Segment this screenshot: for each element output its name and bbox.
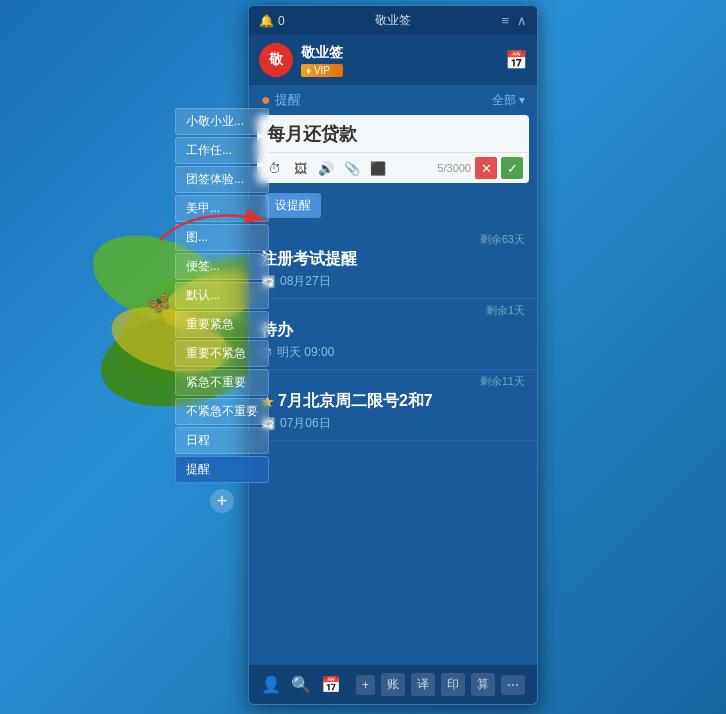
sidebar-item-0[interactable]: 小敬小业... xyxy=(175,108,269,135)
section-title-text: 提醒 xyxy=(275,91,301,109)
reminder-title-2: ★ 7月北京周二限号2和7 xyxy=(261,391,525,412)
app-title: 敬业签 xyxy=(375,12,411,29)
vip-badge: ♦ VIP xyxy=(301,64,343,77)
reminder-date-1: ⏱ 明天 09:00 xyxy=(261,344,525,361)
section-dot: ● xyxy=(261,91,271,109)
sidebar-item-5[interactable]: 便签... xyxy=(175,253,269,280)
sidebar-item-4[interactable]: 图... xyxy=(175,224,269,251)
user-icon[interactable]: 👤 xyxy=(261,675,281,694)
title-bar-controls: ≡ ∧ xyxy=(501,13,527,28)
reminder-item-0: 剩余63天 注册考试提醒 🔄 08月27日 xyxy=(249,228,537,299)
user-header: 敬 敬业签 ♦ VIP 📅 xyxy=(249,35,537,85)
reminder-date-2: 🔄 07月06日 xyxy=(261,415,525,432)
add-button[interactable]: + xyxy=(356,675,375,695)
reminder-date-text-2: 07月06日 xyxy=(280,415,331,432)
sidebar-menu: 小敬小业... 工作任... 团签体验... 美甲... 图... 便签... … xyxy=(175,108,269,513)
set-reminder-row: 设提醒 xyxy=(249,189,537,228)
reminder-item-2: 剩余11天 ★ 7月北京周二限号2和7 🔄 07月06日 xyxy=(249,370,537,441)
reminder-title-text-0[interactable]: 注册考试提醒 xyxy=(261,249,357,270)
app-window: 🔔 0 敬业签 ≡ ∧ 敬 敬业签 ♦ VIP 📅 ● 提醒 全部 ▾ xyxy=(248,5,538,705)
toolbar-color-icon[interactable]: ⬛ xyxy=(367,157,389,179)
reminder-title-text-2[interactable]: 7月北京周二限号2和7 xyxy=(278,391,433,412)
toolbar-audio-icon[interactable]: 🔊 xyxy=(315,157,337,179)
search-icon[interactable]: 🔍 xyxy=(291,675,311,694)
toolbar-image-icon[interactable]: 🖼 xyxy=(289,157,311,179)
user-name: 敬业签 xyxy=(301,44,343,62)
avatar: 敬 xyxy=(259,43,293,77)
calendar-icon[interactable]: 📅 xyxy=(505,49,527,71)
bell-area: 🔔 0 xyxy=(259,14,285,28)
reminder-title-1: 待办 xyxy=(261,320,525,341)
note-edit-area: ⏱ 🖼 🔊 📎 ⬛ 5/3000 ✕ ✓ xyxy=(257,115,529,183)
section-header: ● 提醒 全部 ▾ xyxy=(249,85,537,115)
sidebar-item-3[interactable]: 美甲... xyxy=(175,195,269,222)
reminder-item-1: 剩余1天 待办 ⏱ 明天 09:00 xyxy=(249,299,537,370)
app-title-text: 敬业签 xyxy=(375,12,411,29)
bottom-toolbar: 👤 🔍 📅 + 账 译 印 算 ⋯ xyxy=(249,664,537,704)
reminder-remaining-2: 剩余11天 xyxy=(261,374,525,389)
account-button[interactable]: 账 xyxy=(381,673,405,696)
sidebar-item-8[interactable]: 重要不紧急 xyxy=(175,340,269,367)
user-name-area: 敬业签 ♦ VIP xyxy=(301,44,343,77)
sidebar-item-10[interactable]: 不紧急不重要 xyxy=(175,398,269,425)
empty-space xyxy=(249,441,537,521)
content-area: ⏱ 🖼 🔊 📎 ⬛ 5/3000 ✕ ✓ 设提醒 剩余63天 注册考试提醒 🔄 … xyxy=(249,115,537,664)
sidebar-item-11[interactable]: 日程 xyxy=(175,427,269,454)
note-text-input[interactable] xyxy=(257,115,529,152)
section-all-button[interactable]: 全部 ▾ xyxy=(492,92,525,109)
reminder-remaining-0: 剩余63天 xyxy=(261,232,525,247)
sidebar-item-9[interactable]: 紧急不重要 xyxy=(175,369,269,396)
sidebar-item-7[interactable]: 重要紧急 xyxy=(175,311,269,338)
calc-button[interactable]: 算 xyxy=(471,673,495,696)
calendar-bottom-icon[interactable]: 📅 xyxy=(321,675,341,694)
sidebar-item-12[interactable]: 提醒 xyxy=(175,456,269,483)
sidebar-add-button[interactable]: + xyxy=(210,489,234,513)
close-note-button[interactable]: ✕ xyxy=(475,157,497,179)
bell-icon: 🔔 xyxy=(259,14,274,28)
reminder-remaining-1: 剩余1天 xyxy=(261,303,525,318)
user-info: 敬 敬业签 ♦ VIP xyxy=(259,43,343,77)
reminder-date-text-0: 08月27日 xyxy=(280,273,331,290)
translate-button[interactable]: 译 xyxy=(411,673,435,696)
reminder-title-0: 注册考试提醒 xyxy=(261,249,525,270)
reminder-date-0: 🔄 08月27日 xyxy=(261,273,525,290)
sidebar-item-6[interactable]: 默认... xyxy=(175,282,269,309)
title-bar: 🔔 0 敬业签 ≡ ∧ xyxy=(249,6,537,35)
bottom-right-icons: + 账 译 印 算 ⋯ xyxy=(356,673,525,696)
confirm-note-button[interactable]: ✓ xyxy=(501,157,523,179)
minimize-icon[interactable]: ∧ xyxy=(517,13,527,28)
more-button[interactable]: ⋯ xyxy=(501,675,525,695)
note-toolbar: ⏱ 🖼 🔊 📎 ⬛ 5/3000 ✕ ✓ xyxy=(257,152,529,183)
set-reminder-button[interactable]: 设提醒 xyxy=(265,193,321,218)
print-button[interactable]: 印 xyxy=(441,673,465,696)
reminder-date-text-1: 明天 09:00 xyxy=(277,344,334,361)
notification-count: 0 xyxy=(278,14,285,28)
sidebar-item-1[interactable]: 工作任... xyxy=(175,137,269,164)
bottom-left-icons: 👤 🔍 📅 xyxy=(261,675,341,694)
sidebar-item-2[interactable]: 团签体验... xyxy=(175,166,269,193)
toolbar-attach-icon[interactable]: 📎 xyxy=(341,157,363,179)
section-title: ● 提醒 xyxy=(261,91,301,109)
char-count: 5/3000 xyxy=(437,162,471,174)
menu-icon[interactable]: ≡ xyxy=(501,13,509,28)
